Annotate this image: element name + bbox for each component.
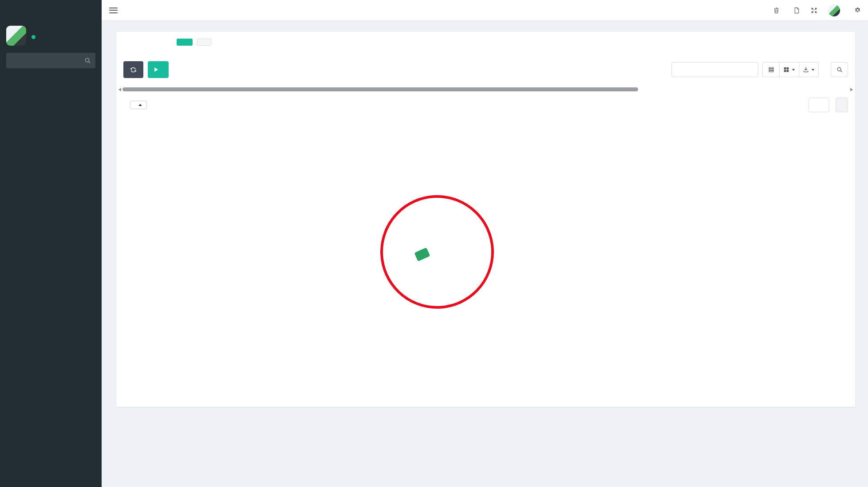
jump-button[interactable] (836, 98, 848, 112)
toolbar-button-group (762, 62, 819, 77)
jump-page-input[interactable] (809, 98, 829, 112)
export-icon (803, 67, 809, 73)
filter-buttons-cell (121, 35, 300, 50)
table-footer (116, 92, 855, 112)
search-icon[interactable] (84, 57, 91, 64)
document-icon[interactable] (793, 7, 800, 14)
horizontal-scrollbar (122, 87, 849, 92)
refresh-icon (130, 67, 137, 73)
trash-outline-icon (773, 7, 780, 14)
update-all-balances-button[interactable] (148, 61, 169, 78)
submit-button[interactable] (177, 39, 193, 46)
pagination (805, 98, 848, 112)
main-area (102, 0, 868, 487)
scroll-right-icon[interactable] (850, 88, 853, 91)
user-panel (0, 21, 102, 52)
app-logo (0, 0, 102, 21)
export-button[interactable] (799, 62, 819, 77)
chevron-down-icon (792, 69, 795, 71)
sidebar-search-input[interactable] (6, 53, 95, 68)
admin-menu[interactable] (828, 4, 844, 16)
admin-page (0, 0, 868, 487)
columns-button[interactable] (780, 62, 799, 77)
reset-button[interactable] (197, 39, 211, 46)
clear-cache-button[interactable] (773, 7, 783, 14)
topnav-right (773, 0, 868, 20)
sidebar-search (6, 53, 95, 68)
search-icon (836, 67, 843, 73)
sidebar (0, 0, 102, 487)
users-card (116, 32, 855, 407)
columns-icon (783, 67, 789, 73)
content (102, 20, 868, 487)
hamburger-menu-icon[interactable] (102, 0, 125, 20)
scroll-left-icon[interactable] (118, 88, 121, 91)
online-dot-icon (32, 35, 36, 39)
filter-grid (116, 32, 855, 50)
refresh-button[interactable] (123, 61, 143, 78)
fullscreen-icon[interactable] (811, 7, 817, 14)
toggle-view-icon (768, 67, 774, 73)
table-search-input[interactable] (671, 62, 758, 77)
chevron-down-icon (812, 69, 815, 71)
avatar (828, 4, 840, 16)
scrollbar-thumb[interactable] (122, 87, 638, 91)
table-toolbar (116, 50, 855, 82)
toolbar-right (671, 62, 848, 77)
avatar[interactable] (6, 26, 26, 46)
settings-gear-icon[interactable] (854, 7, 861, 14)
chevron-up-icon (138, 104, 142, 106)
per-page-dropdown[interactable] (130, 101, 147, 109)
toggle-view-button[interactable] (762, 62, 780, 77)
play-icon (154, 67, 158, 72)
topnav (102, 0, 868, 20)
advanced-search-button[interactable] (831, 62, 848, 77)
user-status (32, 35, 39, 39)
